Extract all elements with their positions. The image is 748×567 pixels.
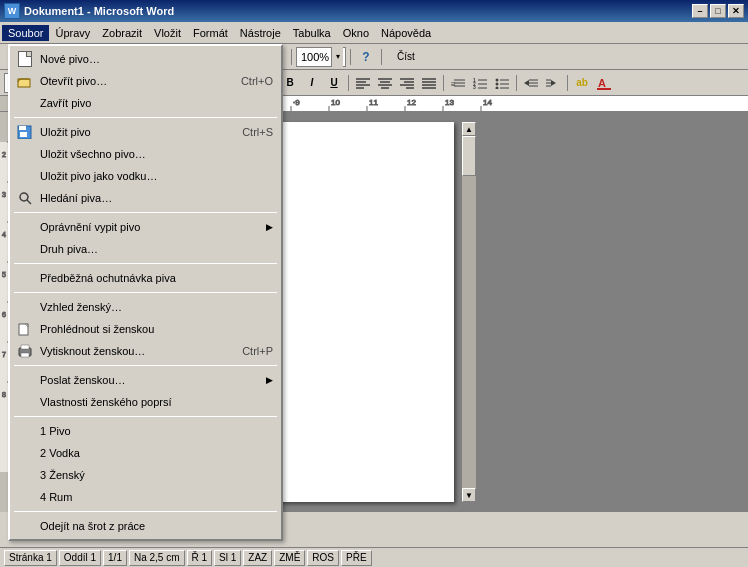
status-rev: ZMĚ [274, 550, 305, 566]
menu-item-saveall[interactable]: Uložit všechno pivo… [10, 143, 281, 165]
open-icon [16, 72, 34, 90]
menu-sep-4 [14, 292, 277, 293]
menu-item-recent-4[interactable]: 4 Rum [10, 486, 281, 508]
increase-indent-button[interactable] [543, 73, 563, 93]
menu-sep-1 [14, 117, 277, 118]
menu-format[interactable]: Formát [187, 25, 234, 41]
close-button[interactable]: ✕ [728, 4, 744, 18]
menu-item-close[interactable]: Zavřít pivo [10, 92, 281, 114]
menu-nastroje[interactable]: Nástroje [234, 25, 287, 41]
title-bar-controls: – □ ✕ [692, 4, 744, 18]
status-ovr: PŘE [341, 550, 372, 566]
status-position: 1/1 [103, 550, 127, 566]
read-button[interactable]: Číst [386, 47, 426, 67]
menu-item-search[interactable]: Hledání piva… [10, 187, 281, 209]
status-rec: ZAZ [243, 550, 272, 566]
new-icon [16, 50, 34, 68]
vertical-scrollbar[interactable]: ▲ ▼ [462, 122, 476, 502]
status-ext: ROS [307, 550, 339, 566]
align-right-button[interactable] [397, 73, 417, 93]
menu-item-print[interactable]: Vytisknout ženskou… Ctrl+P [10, 340, 281, 362]
menu-item-view[interactable]: Prohlédnout si ženskou [10, 318, 281, 340]
svg-point-50 [496, 82, 499, 85]
menu-sep-6 [14, 416, 277, 417]
scroll-up-button[interactable]: ▲ [462, 122, 476, 136]
maximize-button[interactable]: □ [710, 4, 726, 18]
scroll-down-button[interactable]: ▼ [462, 488, 476, 502]
format-sep-2 [348, 75, 349, 91]
svg-text:8: 8 [2, 391, 6, 398]
menu-upravy[interactable]: Úpravy [49, 25, 96, 41]
format-sep-4 [516, 75, 517, 91]
menu-zobrazit[interactable]: Zobrazit [96, 25, 148, 41]
menu-tabulka[interactable]: Tabulka [287, 25, 337, 41]
underline-button[interactable]: U [324, 73, 344, 93]
status-bar: Stránka 1 Oddíl 1 1/1 Na 2,5 cm Ř 1 Sl 1… [0, 547, 748, 567]
menu-okno[interactable]: Okno [337, 25, 375, 41]
search-icon [16, 189, 34, 207]
menu-napoveda[interactable]: Nápověda [375, 25, 437, 41]
decrease-indent-button[interactable] [521, 73, 541, 93]
menu-vlozit[interactable]: Vložit [148, 25, 187, 41]
svg-rect-117 [21, 345, 29, 349]
svg-text:6: 6 [2, 311, 6, 318]
menu-soubor[interactable]: Soubor [2, 25, 49, 41]
line-spacing-button[interactable]: ≡ [448, 73, 468, 93]
menu-item-perms[interactable]: Oprávnění vypit pivo ▶ [10, 216, 281, 238]
zoom-arrow[interactable]: ▾ [331, 47, 343, 67]
svg-point-52 [496, 86, 499, 89]
svg-text:3: 3 [2, 191, 6, 198]
menu-item-open[interactable]: Otevřít pivo… Ctrl+O [10, 70, 281, 92]
align-center-button[interactable] [375, 73, 395, 93]
menu-item-recent-2[interactable]: 2 Vodka [10, 442, 281, 464]
svg-text:·9: ·9 [293, 98, 300, 107]
menu-sep-3 [14, 263, 277, 264]
svg-text:2: 2 [2, 151, 6, 158]
format-sep-3 [443, 75, 444, 91]
app-icon: W [4, 3, 20, 19]
menu-item-props[interactable]: Vlastnosti ženského poprsí [10, 391, 281, 413]
help-button[interactable]: ? [355, 47, 377, 67]
menu-item-preview[interactable]: Předběžná ochutnávka piva [10, 267, 281, 289]
view-icon [16, 320, 34, 338]
numbering-button[interactable]: 123 [470, 73, 490, 93]
justify-button[interactable] [419, 73, 439, 93]
file-menu-dropdown: Nové pivo… Otevřít pivo… Ctrl+O Zavřít p… [8, 44, 283, 541]
svg-marker-54 [524, 80, 529, 86]
menu-item-looks[interactable]: Vzhled ženský… [10, 296, 281, 318]
menu-item-send[interactable]: Poslat ženskou… ▶ [10, 369, 281, 391]
svg-rect-118 [21, 353, 29, 357]
status-pos2: Na 2,5 cm [129, 550, 185, 566]
italic-button[interactable]: I [302, 73, 322, 93]
zoom-dropdown[interactable]: 100% ▾ [296, 47, 346, 67]
svg-text:11: 11 [369, 98, 378, 107]
svg-rect-110 [19, 126, 26, 130]
menu-item-recent-1[interactable]: 1 Pivo [10, 420, 281, 442]
menu-sep-2 [14, 212, 277, 213]
scroll-track[interactable] [462, 136, 476, 488]
menu-item-recent-3[interactable]: 3 Ženský [10, 464, 281, 486]
svg-text:A: A [598, 77, 606, 89]
svg-text:13: 13 [445, 98, 454, 107]
highlight-button[interactable]: ab [572, 73, 592, 93]
bold-button[interactable]: B [280, 73, 300, 93]
svg-text:≡: ≡ [451, 80, 456, 89]
bullets-button[interactable] [492, 73, 512, 93]
menu-item-saveweb[interactable]: Uložit pivo jako vodku… [10, 165, 281, 187]
svg-line-113 [27, 200, 31, 204]
svg-point-112 [20, 193, 28, 201]
menu-item-type[interactable]: Druh piva… [10, 238, 281, 260]
menu-item-new[interactable]: Nové pivo… [10, 48, 281, 70]
svg-rect-111 [20, 132, 27, 137]
font-color-button[interactable]: A [594, 73, 614, 93]
status-line: Ř 1 [187, 550, 213, 566]
minimize-button[interactable]: – [692, 4, 708, 18]
title-bar: W Dokument1 - Microsoft Word – □ ✕ [0, 0, 748, 22]
format-sep-5 [567, 75, 568, 91]
menu-item-save[interactable]: Uložit pivo Ctrl+S [10, 121, 281, 143]
toolbar-separator-4 [291, 49, 292, 65]
menu-item-exit[interactable]: Odejít na šrot z práce [10, 515, 281, 537]
toolbar-separator-5 [350, 49, 351, 65]
align-left-button[interactable] [353, 73, 373, 93]
scroll-thumb[interactable] [462, 136, 476, 176]
